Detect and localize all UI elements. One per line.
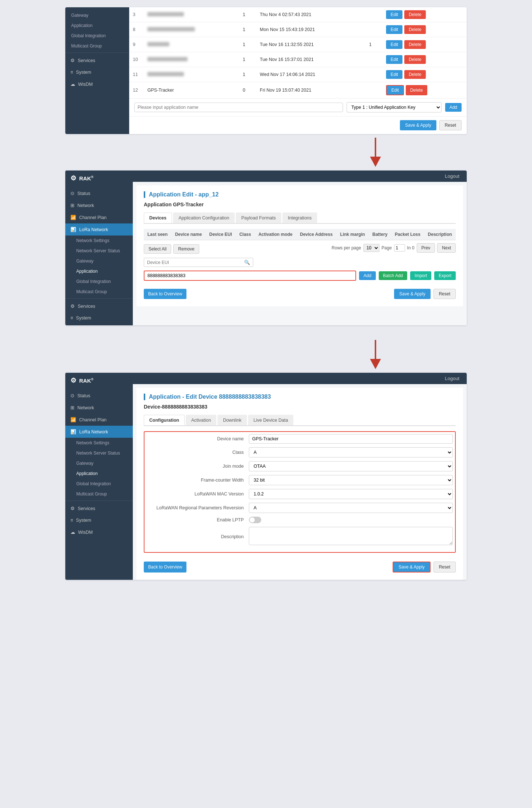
- tab-configuration[interactable]: Configuration: [144, 415, 185, 425]
- eui-input[interactable]: [144, 271, 356, 281]
- sidebar-item-lora-2[interactable]: 📊 LoRa Network: [65, 426, 133, 438]
- add-device-button[interactable]: Add: [359, 271, 375, 280]
- sidebar-item-channel-plan-1[interactable]: 📶 Channel Plan: [65, 211, 133, 223]
- join-mode-select[interactable]: OTAA: [249, 461, 453, 471]
- sidebar-item-system[interactable]: ≡ System: [65, 66, 129, 78]
- edit-button[interactable]: Edit: [386, 10, 402, 19]
- sidebar-sub-multicast-2[interactable]: Multicast Group: [65, 489, 133, 499]
- sidebar-item-status-2[interactable]: ⊙ Status: [65, 390, 133, 402]
- sidebar-item-services-top[interactable]: ⚙ Services: [65, 54, 129, 66]
- sidebar-item-network-1[interactable]: ⊞ Network: [65, 199, 133, 211]
- tab-payload[interactable]: Payload Formats: [236, 212, 281, 223]
- app-type-select[interactable]: Type 1 : Unified Application Key: [347, 102, 442, 112]
- logout-button-top-2[interactable]: Logout: [445, 376, 459, 381]
- sidebar-item-system-1[interactable]: ≡ System: [65, 312, 133, 324]
- edit-button[interactable]: Edit: [386, 40, 402, 49]
- sidebar-item-application[interactable]: Application: [65, 20, 129, 31]
- sidebar-item-gateway[interactable]: Gateway: [65, 10, 129, 20]
- sidebar-item-multicast[interactable]: Multicast Group: [65, 41, 129, 51]
- reset-button[interactable]: Reset: [439, 120, 462, 130]
- wisdm-icon: ☁: [70, 81, 75, 87]
- sidebar-sub-network-settings-2[interactable]: Network Settings: [65, 438, 133, 448]
- prev-button[interactable]: Prev: [417, 243, 435, 253]
- sidebar-sub-network-settings-1[interactable]: Network Settings: [65, 235, 133, 246]
- sidebar-item-wisdm-2[interactable]: ☁ WisDM: [65, 526, 133, 538]
- sidebar-sub-application-1[interactable]: Application: [65, 266, 133, 276]
- logout-button-top-1[interactable]: Logout: [445, 173, 459, 179]
- back-to-overview-button-2[interactable]: Back to Overview: [144, 562, 186, 573]
- multicast-group-label: Multicast Group: [71, 43, 102, 49]
- network-icon-2: ⊞: [70, 405, 74, 410]
- tab-live-device-data[interactable]: Live Device Data: [248, 415, 294, 425]
- add-app-button[interactable]: Add: [445, 103, 462, 112]
- select-all-button[interactable]: Select All: [144, 244, 171, 254]
- sidebar-sub-network-server-status-1[interactable]: Network Server Status: [65, 246, 133, 256]
- tab-activation[interactable]: Activation: [186, 415, 216, 425]
- tab-app-config[interactable]: Application Configuration: [173, 212, 235, 223]
- edit-button-highlighted[interactable]: Edit: [386, 85, 404, 95]
- back-to-overview-button-1[interactable]: Back to Overview: [144, 289, 186, 299]
- lorawan-mac-select[interactable]: 1.0.2: [249, 489, 453, 499]
- row-count: 0: [239, 82, 256, 99]
- lorawan-mac-row: LoRaWAN MAC Version 1.0.2: [147, 489, 453, 499]
- edit-button[interactable]: Edit: [386, 25, 402, 34]
- class-select[interactable]: A: [249, 447, 453, 457]
- frame-counter-select[interactable]: 32 bit: [249, 475, 453, 485]
- device-name-input[interactable]: [249, 434, 453, 444]
- device-eui-search-input[interactable]: [147, 260, 244, 265]
- reset-button-1[interactable]: Reset: [433, 289, 456, 299]
- sidebar-item-services-1[interactable]: ⚙ Services: [65, 300, 133, 312]
- sidebar-sub-gateway-1[interactable]: Gateway: [65, 256, 133, 266]
- sidebar-item-global-integration[interactable]: Global Integration: [65, 31, 129, 41]
- next-button[interactable]: Next: [437, 243, 456, 253]
- batch-add-button[interactable]: Batch Add: [379, 271, 408, 280]
- network-label-1: Network: [77, 203, 94, 208]
- sidebar-sub-network-server-status-2[interactable]: Network Server Status: [65, 448, 133, 458]
- sidebar-item-status-1[interactable]: ⊙ Status: [65, 187, 133, 199]
- sidebar-sub-global-integration-2[interactable]: Global Integration: [65, 479, 133, 489]
- save-apply-button-2[interactable]: Save & Apply: [393, 562, 430, 573]
- app-name-input[interactable]: [134, 103, 343, 112]
- sidebar-sub-application-2[interactable]: Application: [65, 468, 133, 479]
- tab-devices[interactable]: Devices: [144, 212, 172, 223]
- tab-downlink[interactable]: Downlink: [217, 415, 247, 425]
- sidebar-item-services-2[interactable]: ⚙ Services: [65, 502, 133, 514]
- remove-button[interactable]: Remove: [173, 244, 199, 254]
- sidebar-sub-gateway-2[interactable]: Gateway: [65, 458, 133, 468]
- save-apply-button-1[interactable]: Save & Apply: [394, 289, 430, 299]
- description-value: [249, 527, 453, 546]
- rows-per-page-select[interactable]: 10: [363, 244, 379, 252]
- delete-button[interactable]: Delete: [404, 55, 426, 64]
- eui-input-row: Add Batch Add Import Export: [144, 271, 456, 281]
- lorawan-mac-label: LoRaWAN MAC Version: [147, 491, 249, 497]
- sidebar-item-network-2[interactable]: ⊞ Network: [65, 402, 133, 414]
- reset-button-2[interactable]: Reset: [433, 562, 456, 573]
- delete-button[interactable]: Delete: [404, 10, 426, 19]
- edit-button[interactable]: Edit: [386, 55, 402, 64]
- delete-button[interactable]: Delete: [404, 25, 426, 34]
- system-icon-2: ≡: [70, 518, 73, 523]
- col-class: Class: [236, 229, 255, 240]
- description-textarea[interactable]: [249, 527, 453, 545]
- delete-button[interactable]: Delete: [404, 40, 426, 49]
- export-button[interactable]: Export: [434, 271, 456, 280]
- sidebar-sub-global-integration-1[interactable]: Global Integration: [65, 276, 133, 287]
- col-device-eui: Device EUI: [205, 229, 235, 240]
- delete-button[interactable]: Delete: [406, 85, 427, 95]
- page-input[interactable]: [394, 244, 405, 252]
- lorawan-regional-select[interactable]: A: [249, 503, 453, 513]
- row-name: GPS-Tracker: [144, 82, 239, 99]
- tab-integrations[interactable]: Integrations: [282, 212, 317, 223]
- sidebar-item-lora-1[interactable]: 📊 LoRa Network: [65, 223, 133, 235]
- edit-button[interactable]: Edit: [386, 70, 402, 79]
- row-num: 8: [129, 22, 144, 37]
- sidebar-item-system-2[interactable]: ≡ System: [65, 514, 133, 526]
- save-apply-button[interactable]: Save & Apply: [400, 120, 436, 130]
- lptp-toggle[interactable]: [249, 517, 261, 523]
- sidebar-item-wisdm[interactable]: ☁ WisDM: [65, 78, 129, 90]
- sidebar-item-channel-plan-2[interactable]: 📶 Channel Plan: [65, 414, 133, 426]
- import-button[interactable]: Import: [410, 271, 431, 280]
- sidebar-sub-multicast-1[interactable]: Multicast Group: [65, 287, 133, 297]
- delete-button[interactable]: Delete: [404, 70, 426, 79]
- application-label: Application: [71, 23, 93, 28]
